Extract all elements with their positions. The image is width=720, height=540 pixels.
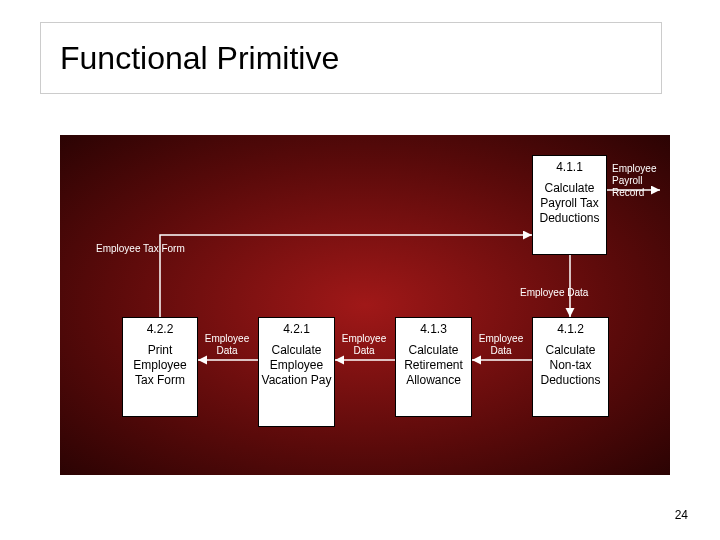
page-number: 24 (675, 508, 688, 522)
node-name: Calculate Retirement Allowance (398, 343, 469, 388)
node-number: 4.1.1 (535, 160, 604, 175)
flow-label-employee-payroll-record: Employee Payroll Record (612, 163, 667, 199)
flow-label-employee-tax-form: Employee Tax Form (96, 243, 185, 255)
flow-label-employee-data-412-413: Employee Data (476, 333, 526, 357)
process-node-4-2-1: 4.2.1 Calculate Employee Vacation Pay (258, 317, 335, 427)
process-node-4-1-3: 4.1.3 Calculate Retirement Allowance (395, 317, 472, 417)
node-number: 4.1.3 (398, 322, 469, 337)
node-name: Calculate Employee Vacation Pay (261, 343, 332, 388)
node-name: Print Employee Tax Form (125, 343, 195, 388)
node-number: 4.2.2 (125, 322, 195, 337)
slide-title: Functional Primitive (60, 40, 339, 77)
flow-label-employee-data-top: Employee Data (520, 287, 588, 299)
node-name: Calculate Payroll Tax Deductions (535, 181, 604, 226)
process-node-4-2-2: 4.2.2 Print Employee Tax Form (122, 317, 198, 417)
node-number: 4.1.2 (535, 322, 606, 337)
process-node-4-1-1: 4.1.1 Calculate Payroll Tax Deductions (532, 155, 607, 255)
process-node-4-1-2: 4.1.2 Calculate Non-tax Deductions (532, 317, 609, 417)
diagram-canvas: 4.1.1 Calculate Payroll Tax Deductions 4… (60, 135, 670, 475)
node-number: 4.2.1 (261, 322, 332, 337)
node-name: Calculate Non-tax Deductions (535, 343, 606, 388)
flow-label-employee-data-413-421: Employee Data (339, 333, 389, 357)
flow-label-employee-data-421-422: Employee Data (202, 333, 252, 357)
